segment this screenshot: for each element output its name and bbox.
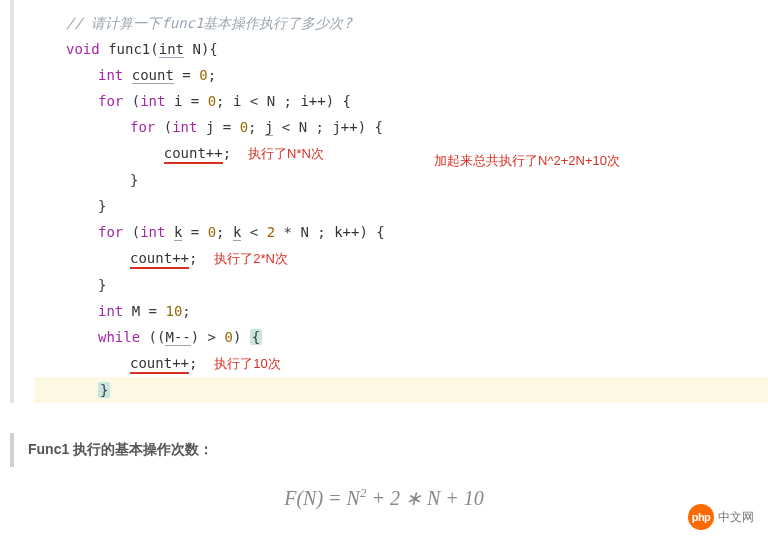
summary-block: Func1 执行的基本操作次数： — [10, 433, 758, 467]
annotation-total: 加起来总共执行了N^2+2N+10次 — [434, 148, 620, 174]
code-line-brace-close-j: } — [34, 167, 768, 193]
code-line-for-j: for (int j = 0; j < N ; j++) { — [34, 114, 768, 140]
code-line-brace-close-i: } — [34, 193, 768, 219]
site-logo: php 中文网 — [688, 504, 754, 530]
code-line-count2: count++; 执行了2*N次 — [34, 245, 768, 272]
code-comment: // 请计算一下func1基本操作执行了多少次? — [34, 10, 768, 36]
summary-formula: F(N) = N2 + 2 ∗ N + 10 — [0, 485, 768, 510]
code-line-count3: count++; 执行了10次 — [34, 350, 768, 377]
code-line-count1: count++; 执行了N*N次 — [34, 140, 768, 167]
brace-highlight-close: } — [98, 382, 110, 398]
summary-label: Func1 执行的基本操作次数： — [28, 441, 758, 459]
code-line-for-i: for (int i = 0; i < N ; i++) { — [34, 88, 768, 114]
code-line-func-decl: void func1(int N){ — [34, 36, 768, 62]
code-line-for-k: for (int k = 0; k < 2 * N ; k++) { — [34, 219, 768, 245]
brace-highlight-open: { — [250, 329, 262, 345]
logo-badge: php — [688, 504, 714, 530]
code-line-count-decl: int count = 0; — [34, 62, 768, 88]
code-line-M-decl: int M = 10; — [34, 298, 768, 324]
code-line-while: while ((M--) > 0) { — [34, 324, 768, 350]
code-line-brace-close-while: } — [34, 377, 768, 403]
code-block: // 请计算一下func1基本操作执行了多少次? void func1(int … — [10, 0, 768, 403]
logo-text: 中文网 — [718, 509, 754, 526]
annotation-exec-nn: 执行了N*N次 — [248, 146, 324, 161]
annotation-exec-10: 执行了10次 — [214, 356, 280, 371]
annotation-exec-2n: 执行了2*N次 — [214, 251, 288, 266]
code-line-brace-close-k: } — [34, 272, 768, 298]
